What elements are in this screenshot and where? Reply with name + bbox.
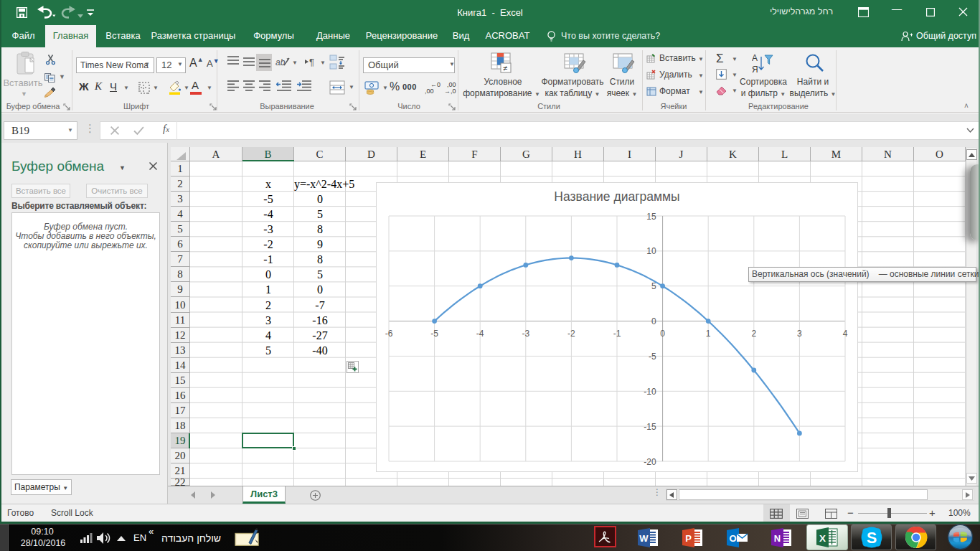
svg-text:S: S bbox=[867, 529, 877, 547]
svg-text:-5: -5 bbox=[430, 329, 438, 339]
svg-text:0: 0 bbox=[660, 329, 665, 339]
svg-text:≠: ≠ bbox=[503, 64, 507, 72]
svg-text:4: 4 bbox=[843, 329, 848, 339]
svg-text:N: N bbox=[774, 533, 781, 544]
svg-text:15: 15 bbox=[646, 212, 656, 222]
svg-text:-15: -15 bbox=[644, 422, 656, 432]
svg-text:O: O bbox=[729, 533, 736, 544]
svg-text:→,0: →,0 bbox=[444, 88, 456, 95]
svg-text:2: 2 bbox=[751, 329, 756, 339]
svg-text:ab: ab bbox=[275, 57, 286, 67]
svg-text:Я: Я bbox=[752, 65, 758, 74]
svg-text:W: W bbox=[639, 533, 649, 544]
svg-text:1: 1 bbox=[706, 329, 711, 339]
svg-text:10: 10 bbox=[646, 246, 656, 256]
svg-text:-1: -1 bbox=[613, 329, 621, 339]
svg-text:P: P bbox=[685, 533, 692, 544]
svg-text:-6: -6 bbox=[385, 329, 393, 339]
svg-text:-3: -3 bbox=[522, 329, 529, 339]
svg-text:А: А bbox=[752, 53, 758, 63]
svg-text:-4: -4 bbox=[476, 329, 484, 339]
svg-text:X: X bbox=[819, 533, 826, 544]
svg-text:¶: ¶ bbox=[309, 57, 314, 67]
svg-text:-2: -2 bbox=[567, 329, 575, 339]
svg-text:5: 5 bbox=[651, 281, 656, 291]
svg-text:3: 3 bbox=[797, 329, 802, 339]
svg-text:-10: -10 bbox=[644, 387, 656, 397]
svg-text:-5: -5 bbox=[649, 352, 656, 362]
svg-text:-20: -20 bbox=[644, 457, 656, 467]
svg-text:0: 0 bbox=[651, 316, 656, 326]
svg-text:,00: ,00 bbox=[425, 88, 434, 95]
